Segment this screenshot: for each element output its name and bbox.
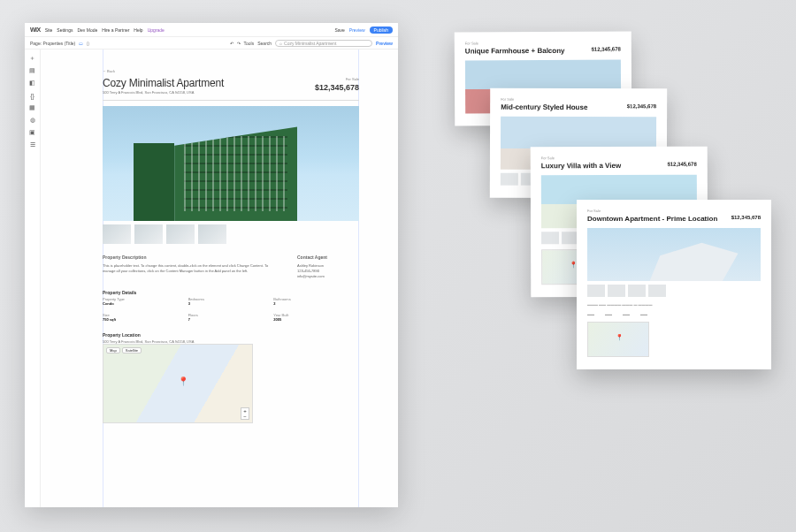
- left-rail: ＋ ▤ ◧ {} ▦ ◍ ▣ ☰: [25, 49, 41, 507]
- map[interactable]: Map Satellite 📍 +−: [103, 344, 253, 423]
- database-icon[interactable]: ◍: [29, 117, 36, 124]
- menu-hire[interactable]: Hire a Partner: [102, 27, 129, 33]
- preview-link[interactable]: Preview: [376, 41, 393, 46]
- agent-email: info@mysite.com: [297, 274, 359, 279]
- thumb-1[interactable]: [103, 224, 131, 244]
- desc-heading: Property Description: [103, 255, 281, 262]
- mini-map: 📍: [587, 322, 649, 357]
- tools-label[interactable]: Tools: [244, 41, 255, 46]
- card-downtown[interactable]: For Sale Downtown Apartment - Prime Loca…: [577, 200, 771, 369]
- back-link[interactable]: ← Back: [103, 69, 359, 73]
- thumb-3[interactable]: [166, 224, 195, 244]
- subbar: Page: Properties (Title) ▭ ▯ ↶ ↷ Tools S…: [25, 37, 398, 49]
- search-input[interactable]: ⌕ Cozy Minimalist Apartment: [275, 40, 372, 47]
- link-icon: ⌕: [279, 40, 282, 47]
- menu-upgrade[interactable]: Upgrade: [148, 27, 165, 33]
- card-image: [587, 228, 761, 281]
- redo-icon[interactable]: ↷: [237, 41, 241, 46]
- map-pin-icon: 📍: [178, 376, 188, 386]
- map-chip-map[interactable]: Map: [106, 347, 120, 353]
- thumbnail-row: [103, 224, 359, 244]
- thumb-4[interactable]: [198, 224, 226, 244]
- agent-heading: Contact Agent: [297, 255, 359, 262]
- details-grid: Property TypeCondo Bedrooms3 Bathrooms2 …: [103, 297, 359, 322]
- publish-button[interactable]: Publish: [370, 27, 393, 34]
- logo[interactable]: WIX: [30, 27, 41, 33]
- hero-image[interactable]: [103, 106, 359, 221]
- page-selector[interactable]: Page: Properties (Title): [30, 41, 75, 46]
- menu-devmode[interactable]: Dev Mode: [77, 27, 97, 33]
- preview-stack: For Sale Unique Farmhouse + Balcony$12,3…: [442, 32, 761, 491]
- map-chip-sat[interactable]: Satellite: [122, 347, 142, 353]
- media-icon[interactable]: ▣: [29, 129, 36, 136]
- add-icon[interactable]: ＋: [29, 55, 36, 62]
- undo-icon[interactable]: ↶: [230, 41, 233, 46]
- thumb-2[interactable]: [134, 224, 163, 244]
- pages-icon[interactable]: ▤: [29, 67, 36, 74]
- listing-status: For Sale: [315, 77, 359, 81]
- editor-canvas[interactable]: ← Back Cozy Minimalist Apartment 500 Ter…: [41, 49, 398, 507]
- search-button[interactable]: Search: [257, 41, 272, 46]
- details-heading: Property Details: [103, 290, 359, 295]
- location-heading: Property Location: [103, 332, 359, 338]
- page-content: ← Back Cozy Minimalist Apartment 500 Ter…: [103, 69, 359, 423]
- listing-address: 500 Terry A Francois Blvd, San Francisco…: [103, 90, 224, 95]
- mobile-icon[interactable]: ▯: [87, 41, 89, 46]
- dev-icon[interactable]: {}: [29, 92, 36, 99]
- menu-site[interactable]: Site: [45, 27, 53, 33]
- listing-price: $12,345,678: [315, 83, 359, 92]
- cms-icon[interactable]: ☰: [29, 141, 36, 148]
- editor-window: WIX Site Settings Dev Mode Hire a Partne…: [25, 23, 398, 507]
- preview-button[interactable]: Preview: [349, 27, 365, 33]
- desc-body[interactable]: This is placeholder text. To change this…: [103, 263, 281, 274]
- apps-icon[interactable]: ▦: [29, 104, 36, 111]
- desktop-icon[interactable]: ▭: [79, 41, 83, 46]
- menu-settings[interactable]: Settings: [57, 27, 73, 33]
- save-button[interactable]: Save: [334, 27, 344, 33]
- menu-help[interactable]: Help: [134, 27, 142, 33]
- listing-title[interactable]: Cozy Minimalist Apartment: [103, 77, 224, 89]
- design-icon[interactable]: ◧: [29, 80, 36, 87]
- topbar: WIX Site Settings Dev Mode Hire a Partne…: [25, 23, 398, 37]
- map-zoom[interactable]: +−: [241, 407, 249, 420]
